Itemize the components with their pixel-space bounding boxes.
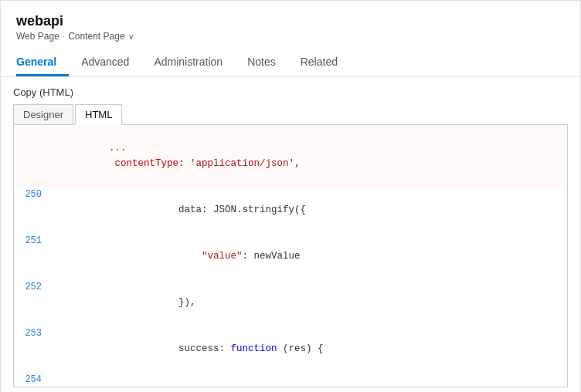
page-title: webapi — [16, 13, 565, 29]
page-wrapper: webapi Web Page · Content Page ∨ General… — [0, 0, 581, 392]
breadcrumb: Web Page · Content Page ∨ — [16, 31, 565, 42]
line-num-252: 252 — [14, 282, 51, 292]
section-label: Copy (HTML) — [13, 86, 568, 98]
breadcrumb-dropdown-icon[interactable]: ∨ — [128, 32, 134, 41]
tab-notes[interactable]: Notes — [235, 49, 288, 76]
tab-advanced[interactable]: Advanced — [69, 49, 141, 76]
code-text-253: success: function (res) { — [51, 326, 324, 372]
breadcrumb-part2[interactable]: Content Page — [68, 31, 124, 42]
code-line-254: 254 table.updateRecord(attributeName, ne… — [14, 372, 567, 387]
breadcrumb-part1[interactable]: Web Page — [16, 31, 59, 42]
code-line-truncated: ... contentType: 'application/json', — [14, 125, 567, 187]
tab-related[interactable]: Related — [288, 49, 350, 76]
code-text: ... contentType: 'application/json', — [51, 125, 301, 187]
editor-tab-bar: Designer HTML — [13, 104, 568, 125]
breadcrumb-separator: · — [63, 31, 65, 42]
editor-tab-designer[interactable]: Designer — [13, 104, 73, 124]
code-line-252: 252 }), — [14, 279, 567, 326]
header: webapi Web Page · Content Page ∨ General… — [1, 1, 580, 77]
code-line-250: 250 data: JSON.stringify({ — [14, 187, 567, 233]
line-num-254: 254 — [14, 374, 51, 385]
tab-administration[interactable]: Administration — [141, 49, 235, 76]
line-num-251: 251 — [14, 235, 51, 246]
code-line-251: 251 "value": newValue — [14, 233, 567, 279]
tab-bar: General Advanced Administration Notes Re… — [16, 49, 565, 76]
content-area: Copy (HTML) Designer HTML ... contentTyp… — [1, 77, 580, 392]
code-editor[interactable]: ... contentType: 'application/json', 250… — [13, 125, 568, 387]
tab-general[interactable]: General — [16, 49, 69, 76]
editor-tab-html[interactable]: HTML — [75, 104, 122, 125]
code-text-250: data: JSON.stringify({ — [51, 187, 306, 233]
code-text-252: }), — [51, 279, 196, 326]
line-num-253: 253 — [14, 328, 51, 339]
code-line-253: 253 success: function (res) { — [14, 326, 567, 372]
code-text-254: table.updateRecord(attributeName, newVal… — [51, 372, 521, 387]
code-text-251: "value": newValue — [51, 233, 301, 279]
line-num-250: 250 — [14, 189, 51, 200]
